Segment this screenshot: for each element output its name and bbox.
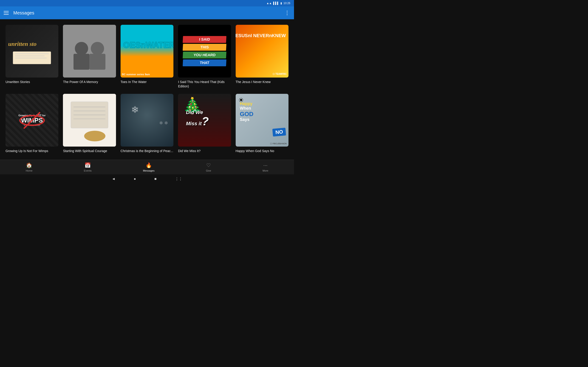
home-icon: 🏠 <box>26 162 32 168</box>
card-image-did-we-miss-it: 🎄 Did WeMiss it? <box>178 94 231 147</box>
card-title-starting-spiritual: Starting With Spiritual Courage <box>63 149 116 153</box>
messages-grid: Unwritten Stories The Power Of A Memory … <box>6 25 288 153</box>
nav-home[interactable]: 🏠 Home <box>20 161 38 174</box>
hamburger-line <box>4 13 9 13</box>
card-title-christmas: Christmas is the Beginning of Peac... <box>121 149 173 153</box>
card-image-starting-spiritual <box>63 94 116 147</box>
card-starting-spiritual[interactable]: Starting With Spiritual Courage <box>63 94 116 153</box>
bottom-navigation: 🏠 Home 📅 Events 🔥 Messages ♡ Give ··· Mo… <box>0 160 294 174</box>
status-bar: ▲▲ ▌▌▌ ▮ 10:26 <box>0 0 294 6</box>
card-image-growing-up-wimps: Growing Up is NOT for WIMPS a new FBC se… <box>6 94 58 147</box>
card-happy-when-god-says[interactable]: ☀ Happy When GOD Says NO ⬡ FBCLEBANON Ha… <box>236 94 288 153</box>
hamburger-menu-button[interactable] <box>4 11 9 15</box>
nav-events[interactable]: 📅 Events <box>78 161 97 174</box>
hamburger-line <box>4 11 9 11</box>
nav-home-label: Home <box>26 169 32 172</box>
card-power-of-memory[interactable]: The Power Of A Memory <box>63 25 116 88</box>
card-unwritten-stories[interactable]: Unwritten Stories <box>6 25 58 88</box>
grid-button[interactable]: ⋮⋮ <box>175 177 182 181</box>
card-growing-up-wimps[interactable]: Growing Up is NOT for WIMPS a new FBC se… <box>6 94 58 153</box>
back-button[interactable]: ◄ <box>112 177 115 181</box>
system-navigation: ◄ ● ■ ⋮⋮ <box>0 174 294 184</box>
card-title-power-of-memory: The Power Of A Memory <box>63 80 116 84</box>
app-bar-title: Messages <box>13 10 34 16</box>
card-title-did-we-miss-it: Did We Miss It? <box>178 149 231 153</box>
nav-events-label: Events <box>84 169 92 172</box>
messages-icon: 🔥 <box>146 162 152 168</box>
give-icon: ♡ <box>206 162 211 168</box>
clock: 10:26 <box>284 2 290 5</box>
nav-give[interactable]: ♡ Give <box>200 161 217 174</box>
card-christmas[interactable]: Christmas is the Beginning of Peac... <box>121 94 173 153</box>
recents-button[interactable]: ■ <box>154 177 157 181</box>
app-bar: Messages ⋮ <box>0 6 294 19</box>
wimps-cross <box>19 115 45 126</box>
card-did-we-miss-it[interactable]: 🎄 Did WeMiss it? Did We Miss It? <box>178 94 231 153</box>
happy-word: Happy <box>240 102 253 106</box>
god-word: GOD <box>240 111 253 117</box>
card-toes-in-water[interactable]: Toes In The Water <box>121 25 173 88</box>
card-title-growing-up-wimps: Growing Up Is Not For Wimps <box>6 149 58 153</box>
card-image-power-of-memory <box>63 25 116 77</box>
app-bar-left: Messages <box>4 10 34 16</box>
isaid-banner-3: YOU HEARD <box>183 52 226 58</box>
isaid-banner-4: THAT <box>183 59 226 66</box>
card-title-i-said-this: I Said This You Heard That (Kids Edition… <box>178 80 231 88</box>
nav-give-label: Give <box>206 169 211 172</box>
no-label: NO <box>272 128 286 137</box>
card-image-christmas <box>121 94 173 147</box>
nav-more-label: More <box>262 169 268 172</box>
more-options-button[interactable]: ⋮ <box>284 10 290 16</box>
nav-messages-label: Messages <box>143 169 155 172</box>
isaid-banner-1: I SAID <box>183 36 226 43</box>
events-icon: 📅 <box>85 162 91 168</box>
isaid-banner-2: THIS <box>183 44 226 51</box>
card-title-toes-in-water: Toes In The Water <box>121 80 173 84</box>
battery-icon: ▮ <box>280 2 282 5</box>
fbc-lebanon-label: ⬡ FBCLEBANON <box>270 142 287 145</box>
card-title-jesus-i-never-knew: The Jesus I Never Knew <box>236 80 288 84</box>
wimps-text-block: Growing Up is NOT for WIMPS a new FBC se… <box>18 114 46 126</box>
happy-text-block: Happy When GOD Says <box>240 102 253 122</box>
card-image-unwritten-stories <box>6 25 58 77</box>
card-image-jesus-i-never-knew: ⬡ TEAMFBC <box>236 25 288 77</box>
card-title-unwritten-stories: Unwritten Stories <box>6 80 58 84</box>
wifi-icon: ▲▲ <box>267 2 272 5</box>
card-jesus-i-never-knew[interactable]: ⬡ TEAMFBC The Jesus I Never Knew <box>236 25 288 88</box>
messages-content: Unwritten Stories The Power Of A Memory … <box>0 19 294 160</box>
teamfbc-label: ⬡ TEAMFBC <box>273 73 287 75</box>
says-word: Says <box>240 117 253 122</box>
nav-messages[interactable]: 🔥 Messages <box>138 161 160 174</box>
status-icons: ▲▲ ▌▌▌ ▮ 10:26 <box>267 2 290 5</box>
more-icon: ··· <box>263 162 267 168</box>
card-title-happy-when-god-says: Happy When God Says No <box>236 149 288 153</box>
card-image-happy-when-god-says: ☀ Happy When GOD Says NO ⬡ FBCLEBANON <box>236 94 288 147</box>
card-image-toes-in-water <box>121 25 173 77</box>
signal-icon: ▌▌▌ <box>273 2 279 5</box>
card-i-said-this[interactable]: I SAID THIS YOU HEARD THAT I Said This Y… <box>178 25 231 88</box>
didwemiss-text: Did WeMiss it? <box>186 110 209 128</box>
hamburger-line <box>4 14 9 15</box>
home-button[interactable]: ● <box>134 177 136 181</box>
card-image-i-said-this: I SAID THIS YOU HEARD THAT <box>178 25 231 77</box>
nav-more[interactable]: ··· More <box>257 161 274 174</box>
when-word: When <box>240 106 253 111</box>
